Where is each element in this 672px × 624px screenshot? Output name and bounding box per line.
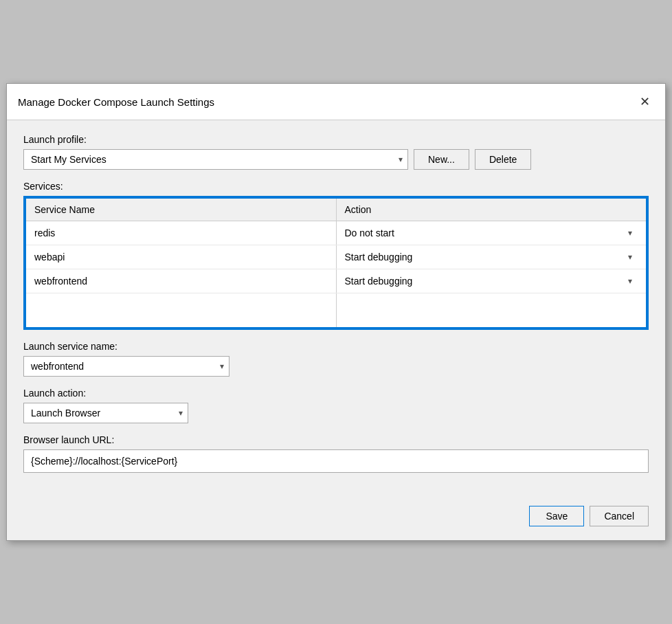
- browser-url-section: Browser launch URL:: [23, 434, 649, 473]
- launch-action-label: Launch action:: [23, 388, 649, 399]
- services-table: Service Name Action redis Do not start: [25, 197, 647, 328]
- launch-profile-label: Launch profile:: [23, 134, 649, 145]
- table-row: webfrontend Do not start Start debugging…: [25, 269, 647, 293]
- launch-service-dropdown[interactable]: webfrontend webapi redis: [23, 356, 229, 377]
- services-section: Services: Service Name Action redis: [23, 181, 649, 330]
- action-dropdown-wrapper-redis: Do not start Start debugging Start witho…: [345, 226, 638, 240]
- browser-url-input[interactable]: [23, 449, 649, 473]
- save-button[interactable]: Save: [529, 506, 584, 526]
- launch-action-dropdown-wrapper: Launch Browser None Start browser: [23, 403, 188, 423]
- launch-service-label: Launch service name:: [23, 341, 649, 352]
- browser-url-label: Browser launch URL:: [23, 434, 649, 445]
- service-name-webapi: webapi: [25, 245, 336, 269]
- cancel-button[interactable]: Cancel: [590, 506, 649, 526]
- launch-profile-dropdown-wrapper: Start My Services: [23, 149, 408, 170]
- table-row: webapi Do not start Start debugging Star…: [25, 245, 647, 269]
- title-bar: Manage Docker Compose Launch Settings ✕: [7, 84, 665, 120]
- dialog-footer: Save Cancel: [7, 498, 665, 540]
- dialog-body: Launch profile: Start My Services New...…: [7, 120, 665, 498]
- service-name-webfrontend: webfrontend: [25, 269, 336, 293]
- launch-profile-dropdown[interactable]: Start My Services: [23, 149, 408, 170]
- action-dropdown-wrapper-webapi: Do not start Start debugging Start witho…: [345, 250, 638, 264]
- col-header-name: Service Name: [25, 198, 336, 221]
- launch-service-dropdown-wrapper: webfrontend webapi redis: [23, 356, 229, 377]
- services-table-container: Service Name Action redis Do not start: [23, 196, 649, 330]
- table-row-empty: [25, 293, 647, 328]
- launch-profile-section: Launch profile: Start My Services New...…: [23, 134, 649, 170]
- action-select-webfrontend[interactable]: Do not start Start debugging Start witho…: [345, 274, 638, 288]
- launch-action-dropdown[interactable]: Launch Browser None Start browser: [23, 403, 188, 423]
- launch-profile-row: Start My Services New... Delete: [23, 149, 649, 170]
- launch-action-section: Launch action: Launch Browser None Start…: [23, 388, 649, 423]
- table-header-row: Service Name Action: [25, 198, 647, 221]
- service-name-redis: redis: [25, 221, 336, 245]
- service-action-webapi: Do not start Start debugging Start witho…: [336, 245, 647, 269]
- service-action-redis: Do not start Start debugging Start witho…: [336, 221, 647, 245]
- service-action-webfrontend: Do not start Start debugging Start witho…: [336, 269, 647, 293]
- dialog-title: Manage Docker Compose Launch Settings: [18, 96, 214, 108]
- table-row: redis Do not start Start debugging Start…: [25, 221, 647, 245]
- col-header-action: Action: [336, 198, 647, 221]
- action-select-redis[interactable]: Do not start Start debugging Start witho…: [345, 226, 638, 240]
- action-select-webapi[interactable]: Do not start Start debugging Start witho…: [345, 250, 638, 264]
- close-button[interactable]: ✕: [635, 92, 654, 111]
- action-dropdown-wrapper-webfrontend: Do not start Start debugging Start witho…: [345, 274, 638, 288]
- delete-button[interactable]: Delete: [475, 149, 531, 170]
- new-button[interactable]: New...: [414, 149, 469, 170]
- services-label: Services:: [23, 181, 649, 192]
- manage-docker-dialog: Manage Docker Compose Launch Settings ✕ …: [6, 83, 666, 541]
- launch-service-section: Launch service name: webfrontend webapi …: [23, 341, 649, 377]
